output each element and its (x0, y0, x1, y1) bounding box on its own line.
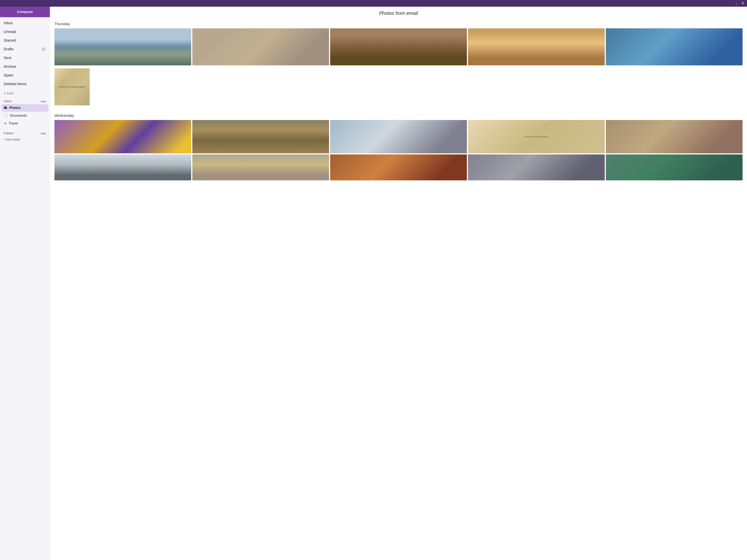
photos-icon: 🏔 (4, 106, 7, 110)
photo-factory-windows[interactable] (606, 28, 743, 65)
folders-label: Folders (4, 132, 14, 135)
view-label-photos: Photos (9, 106, 21, 110)
sidebar-item-starred[interactable]: Starred (0, 36, 50, 45)
view-item-travel[interactable]: ➜ Travel (0, 119, 50, 127)
sidebar-item-unread[interactable]: Unread (0, 27, 50, 36)
view-label-travel: Travel (9, 122, 18, 125)
sidebar: Compose Inbox Unread Starred Drafts 1 Se… (0, 7, 50, 560)
search-icon[interactable]: ⚲ (742, 1, 744, 5)
sidebar-item-inbox[interactable]: Inbox (0, 19, 50, 27)
page-title: Photos from email (50, 7, 747, 18)
wednesday-row-1: ♥ КЕМ ТЫ стал нуи когда выро♥? (54, 120, 743, 153)
sidebar-item-sent[interactable]: Sent (0, 54, 50, 62)
thursday-label: Thursday (54, 22, 743, 26)
folders-section-header: Folders Hide (0, 129, 50, 136)
drafts-badge: 1 (41, 47, 46, 51)
views-list: 🏔 Photos 📄 Documents ➜ Travel (0, 104, 50, 129)
photo-factory-window-2[interactable] (606, 120, 743, 153)
photo-graffiti-wall-2[interactable]: ♥ КЕМ ТЫ стал нуи когда выро♥? (468, 120, 605, 153)
main-content: Photos from email Thursday Wednesday (50, 7, 747, 560)
view-label-documents: Documents (10, 114, 27, 117)
photo-stairs-interior[interactable] (54, 155, 191, 180)
wednesday-row-2 (54, 155, 743, 180)
views-label: Views (4, 100, 11, 103)
thursday-row-1 (54, 28, 743, 65)
photo-orange-hall[interactable] (330, 155, 467, 180)
compose-button[interactable]: Compose (0, 7, 50, 17)
sidebar-item-archive[interactable]: Archive (0, 62, 50, 71)
view-item-documents[interactable]: 📄 Documents (0, 112, 50, 119)
photo-ribbon[interactable] (54, 120, 191, 153)
wednesday-section: Wednesday ♥ КЕМ ТЫ стал нуи когда выро♥? (50, 110, 747, 180)
photo-wide-hall[interactable] (192, 155, 329, 180)
views-section-header: Views Hide (0, 97, 50, 104)
photo-chimney-mural[interactable] (468, 28, 605, 65)
sidebar-item-drafts[interactable]: Drafts 1 (0, 45, 50, 54)
photo-graffiti-wall[interactable] (54, 68, 90, 105)
travel-icon: ➜ (4, 121, 6, 125)
sidebar-item-spam[interactable]: Spam (0, 71, 50, 80)
less-toggle[interactable]: ∧ Less (0, 90, 50, 97)
thursday-row-2 (54, 68, 743, 105)
photo-river-canal[interactable] (54, 28, 191, 65)
chevron-down-icon[interactable]: ⌄ (735, 1, 738, 5)
sidebar-item-deleted[interactable]: Deleted Items (0, 80, 50, 88)
nav-list: Inbox Unread Starred Drafts 1 Sent Archi… (0, 17, 50, 90)
new-folder-button[interactable]: + New folder (0, 136, 50, 143)
photo-figure-sculpture[interactable] (330, 120, 467, 153)
views-hide-link[interactable]: Hide (41, 100, 46, 103)
photo-lit-hall[interactable] (192, 120, 329, 153)
folders-hide-link[interactable]: Hide (41, 132, 46, 135)
top-bar: ⌄ ⚲ (0, 0, 747, 7)
photo-industrial-interior[interactable] (330, 28, 467, 65)
photo-concrete-columns[interactable] (468, 155, 605, 180)
photo-green-window-strips[interactable] (606, 155, 743, 180)
documents-icon: 📄 (4, 113, 8, 117)
view-item-photos[interactable]: 🏔 Photos (1, 104, 48, 112)
wednesday-label: Wednesday (54, 113, 743, 118)
app-container: Compose Inbox Unread Starred Drafts 1 Se… (0, 7, 747, 560)
photo-wooden-post[interactable] (192, 28, 329, 65)
thursday-section: Thursday (50, 18, 747, 105)
